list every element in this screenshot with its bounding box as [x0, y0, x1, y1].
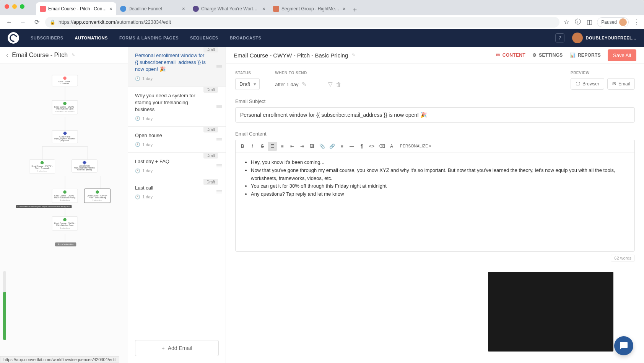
automation-node[interactable]: Email Course - Container: [52, 75, 78, 87]
ul-icon[interactable]: ☰: [268, 142, 277, 151]
edit-when-icon[interactable]: ✎: [302, 81, 307, 88]
email-list-item[interactable]: Draft Last call 🕐1 day: [128, 179, 226, 205]
nav-back[interactable]: ←: [4, 17, 15, 28]
tab-content[interactable]: ✉ CONTENT: [496, 52, 525, 58]
zoom-slider[interactable]: [3, 271, 6, 340]
hr-icon[interactable]: —: [347, 142, 356, 151]
ol-icon[interactable]: ≡: [278, 142, 287, 151]
align-icon[interactable]: ≡: [337, 142, 346, 151]
email-list-item[interactable]: Draft Personal enrollment window for {{ …: [128, 47, 226, 87]
drag-handle-icon[interactable]: [216, 138, 222, 141]
tab-close-icon[interactable]: ×: [343, 6, 346, 12]
indent-icon[interactable]: ⇥: [298, 142, 307, 151]
drag-handle-icon[interactable]: [216, 164, 222, 167]
nav-item[interactable]: SUBSCRIBERS: [31, 36, 63, 40]
paragraph-icon[interactable]: ¶: [357, 142, 366, 151]
bookmark-icon[interactable]: ☆: [563, 18, 570, 26]
nav-reload[interactable]: ⟳: [31, 17, 42, 28]
tab-title: Segment Group · RightMessage: [281, 6, 340, 11]
browser-tab[interactable]: Charge What You're Worth - A×: [189, 2, 269, 15]
window-close[interactable]: [5, 4, 9, 9]
status-select[interactable]: Draft: [235, 78, 260, 90]
nav-item[interactable]: FORMS & LANDING PAGES: [119, 36, 179, 40]
envelope-icon: ✉: [496, 52, 500, 58]
drag-handle-icon[interactable]: [216, 191, 222, 193]
email-item-title: Open house: [135, 132, 219, 139]
tab-close-icon[interactable]: ×: [182, 6, 185, 12]
automation-node[interactable]: Custom field rmps_segment matches propos…: [52, 130, 78, 143]
extension-icon[interactable]: ◫: [585, 18, 593, 26]
app-logo[interactable]: [8, 32, 19, 44]
subject-input[interactable]: [235, 107, 635, 123]
info-icon[interactable]: ⓘ: [574, 18, 582, 26]
automation-node[interactable]: Email Course - CWYW - Pitch - Advanced P…: [52, 189, 78, 203]
bold-icon[interactable]: B: [238, 142, 247, 151]
trash-icon[interactable]: 🗑: [336, 81, 342, 88]
app-header: SUBSCRIBERSAUTOMATIONSFORMS & LANDING PA…: [0, 29, 644, 47]
favicon-icon: [193, 6, 199, 12]
file-icon[interactable]: 📎: [317, 142, 327, 151]
save-all-button[interactable]: Save All: [608, 49, 636, 61]
window-minimize[interactable]: [12, 4, 17, 9]
automation-node[interactable]: Custom field rmps_segment matches advanc…: [72, 160, 98, 173]
color-icon[interactable]: A: [387, 142, 396, 151]
content-label: Email Content: [235, 131, 635, 137]
personalize-dropdown[interactable]: PERSONALIZE ▾: [397, 144, 434, 148]
chart-icon: 📊: [570, 52, 576, 58]
help-button[interactable]: ?: [555, 33, 564, 43]
preview-browser-button[interactable]: 🖵 Browser: [571, 78, 604, 90]
tab-reports[interactable]: 📊 REPORTS: [570, 52, 601, 58]
edit-title-icon[interactable]: ✎: [72, 52, 75, 58]
email-list-item[interactable]: Draft Last day + FAQ 🕐1 day: [128, 153, 226, 179]
automation-node-selected[interactable]: Email Course - CWYW - Pitch - Basic Pric…: [85, 189, 111, 203]
browser-tab[interactable]: Segment Group · RightMessage×: [269, 2, 350, 15]
automation-node[interactable]: Email Course - CWYW - Pitch Window Open …: [52, 100, 78, 114]
tab-close-icon[interactable]: ×: [262, 6, 265, 12]
nav-item[interactable]: SEQUENCES: [190, 36, 218, 40]
when-value: after 1 day: [275, 82, 298, 87]
tab-close-icon[interactable]: ×: [109, 6, 112, 12]
email-item-delay: 🕐1 day: [135, 168, 219, 173]
code-icon[interactable]: <>: [367, 142, 376, 151]
tab-settings[interactable]: ⚙ SETTINGS: [532, 52, 563, 58]
automation-node[interactable]: Email Course - CWYW - Pitch Window Open …: [52, 216, 78, 231]
url-input[interactable]: 🔒 https://app.convertkit.com/automations…: [45, 17, 559, 28]
chrome-menu-icon[interactable]: ⋮: [633, 18, 640, 26]
back-chevron-icon[interactable]: ‹: [6, 52, 8, 59]
webcam-overlay: [488, 272, 613, 352]
email-list-item[interactable]: Draft Why you need a system for starting…: [128, 87, 226, 127]
strike-icon[interactable]: S: [258, 142, 267, 151]
email-item-title: Last call: [135, 185, 219, 191]
drag-handle-icon[interactable]: [216, 105, 222, 108]
tab-title: Email Course - Pitch · ConvertKit: [48, 6, 107, 11]
image-icon[interactable]: 🖼: [307, 142, 317, 151]
status-url: https://app.convertkit.com/workflows/seq…: [0, 356, 119, 363]
browser-tab[interactable]: Email Course - Pitch · ConvertKit×: [36, 2, 116, 15]
automation-canvas[interactable]: Email Course - Container Email Course - …: [0, 64, 128, 363]
new-tab-button[interactable]: +: [350, 5, 360, 15]
sequence-title: Email Course - CWYW - Pitch - Basic Pric…: [234, 52, 348, 59]
email-list-item[interactable]: Draft Open house 🕐1 day: [128, 127, 226, 153]
outdent-icon[interactable]: ⇤: [288, 142, 297, 151]
nav-item[interactable]: BROADCASTS: [230, 36, 262, 40]
content-editor[interactable]: Hey, you know it's been coming...Now tha…: [235, 152, 635, 252]
email-item-title: Personal enrollment window for {{ subscr…: [135, 52, 219, 73]
favicon-icon: [120, 6, 126, 12]
preview-email-button[interactable]: ✉ Email: [607, 78, 635, 90]
status-label: STATUS: [235, 71, 260, 75]
filter-icon[interactable]: ▽: [328, 81, 333, 88]
clear-icon[interactable]: ⌫: [377, 142, 386, 151]
italic-icon[interactable]: I: [248, 142, 257, 151]
link-icon[interactable]: 🔗: [327, 142, 337, 151]
drag-handle-icon[interactable]: [216, 65, 222, 68]
add-email-button[interactable]: + Add Email: [135, 340, 219, 356]
edit-sequence-icon[interactable]: ✎: [352, 52, 356, 58]
nav-forward[interactable]: →: [18, 17, 28, 28]
automation-node[interactable]: Email Course - CWYW - Pitch - Proposals …: [29, 160, 55, 174]
browser-tab[interactable]: Deadline Funnel×: [116, 2, 189, 15]
intercom-chat-button[interactable]: [614, 336, 633, 355]
nav-item[interactable]: AUTOMATIONS: [75, 36, 108, 40]
user-menu[interactable]: DOUBLEYOURFREEL...: [572, 33, 636, 43]
profile-paused[interactable]: Paused: [597, 17, 629, 27]
window-zoom[interactable]: [20, 4, 24, 9]
